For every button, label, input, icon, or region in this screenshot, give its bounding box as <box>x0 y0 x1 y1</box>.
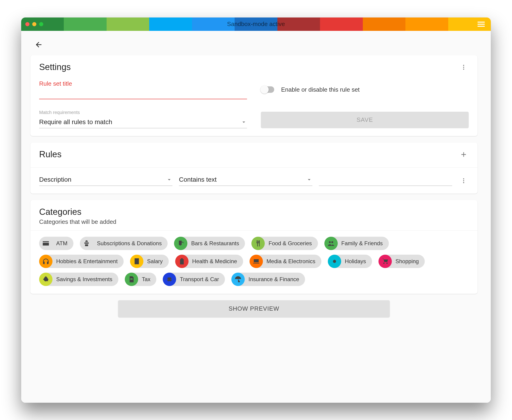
car-icon <box>166 276 173 283</box>
match-requirements-field: Match requirements Require all rules to … <box>39 110 247 128</box>
category-chip[interactable]: Media & Electronics <box>250 255 321 268</box>
category-chip[interactable]: Hobbies & Entertainment <box>39 255 124 268</box>
rule-field-value: Description <box>39 176 166 183</box>
match-requirements-select[interactable]: Require all rules to match <box>39 117 247 128</box>
app-window: Sandbox-mode active Settings <box>21 17 491 403</box>
category-chip-label: Holidays <box>345 258 366 265</box>
rule-operator-value: Contains text <box>179 176 306 183</box>
category-chip[interactable]: Health & Medicine <box>175 255 243 268</box>
more-vert-icon <box>460 64 467 70</box>
svg-point-1 <box>463 67 464 68</box>
category-chips: ATMSubscriptions & DonationsBars & Resta… <box>39 237 469 286</box>
content-scroll[interactable]: Settings Rule set title Enable or disabl… <box>21 31 487 403</box>
svg-point-3 <box>463 178 464 179</box>
caret-down-icon <box>166 176 172 183</box>
category-chip[interactable]: Holidays <box>328 255 372 268</box>
sun-icon <box>331 258 338 265</box>
category-chip-label: Family & Friends <box>341 240 383 247</box>
category-chip[interactable]: Insurance & Finance <box>231 273 305 286</box>
titlebar: Sandbox-mode active <box>21 17 491 31</box>
menu-button[interactable] <box>477 22 485 27</box>
more-vert-icon <box>460 178 467 184</box>
back-button[interactable] <box>35 41 43 49</box>
settings-title: Settings <box>39 62 71 72</box>
category-chip[interactable]: Bars & Restaurants <box>174 237 245 250</box>
beer-icon <box>177 240 184 247</box>
arrow-left-icon <box>35 41 43 49</box>
category-icon-wrap <box>163 273 176 286</box>
scrollbar[interactable] <box>487 31 491 403</box>
rule-title-input[interactable] <box>39 87 247 99</box>
rules-card: Rules Description Contains text <box>30 142 477 194</box>
category-icon-wrap <box>231 273 245 286</box>
category-chip[interactable]: ATM <box>39 237 74 250</box>
plus-icon <box>460 150 467 158</box>
category-chip-label: Subscriptions & Donations <box>97 240 162 247</box>
match-requirements-value: Require all rules to match <box>39 118 241 126</box>
rule-title-label: Rule set title <box>39 80 72 87</box>
window-close-button[interactable] <box>25 22 30 26</box>
category-icon-wrap <box>324 237 338 250</box>
caret-down-icon <box>241 119 247 125</box>
enable-ruleset-toggle[interactable] <box>261 86 274 93</box>
category-chip[interactable]: Savings & Investments <box>39 273 118 286</box>
category-chip-label: Salary <box>147 258 163 265</box>
category-chip[interactable]: Transport & Car <box>163 273 225 286</box>
credit-card-icon <box>42 240 50 247</box>
category-icon-wrap <box>125 273 138 286</box>
category-icon-wrap <box>250 255 263 268</box>
category-chip[interactable]: Salary <box>130 255 169 268</box>
file-dollar-icon <box>128 276 135 283</box>
category-chip[interactable]: Subscriptions & Donations <box>80 237 168 250</box>
users-icon <box>327 240 335 247</box>
rules-title: Rules <box>39 150 61 159</box>
category-icon-wrap <box>251 237 265 250</box>
category-chip[interactable]: Shopping <box>378 255 425 268</box>
titlebar-stripes <box>21 17 491 31</box>
category-icon-wrap <box>174 237 187 250</box>
rule-field-select[interactable]: Description <box>39 174 172 186</box>
svg-point-4 <box>463 180 464 181</box>
settings-card: Settings Rule set title Enable or disabl… <box>30 55 477 136</box>
rule-row-more-button[interactable] <box>459 176 469 186</box>
svg-point-0 <box>463 65 464 66</box>
categories-subtitle: Categories that will be added <box>39 218 469 225</box>
window-minimize-button[interactable] <box>32 22 36 26</box>
category-chip-label: Savings & Investments <box>56 276 112 283</box>
category-icon-wrap <box>80 237 93 250</box>
categories-card: Categories Categories that will be added… <box>30 200 477 294</box>
settings-more-button[interactable] <box>459 62 469 72</box>
match-requirements-label: Match requirements <box>39 110 247 115</box>
category-chip-label: Tax <box>142 276 150 283</box>
save-button[interactable]: SAVE <box>261 112 469 128</box>
category-chip-label: Food & Groceries <box>268 240 312 247</box>
rule-operator-select[interactable]: Contains text <box>179 174 312 186</box>
add-rule-button[interactable] <box>459 150 469 160</box>
category-chip[interactable]: Food & Groceries <box>251 237 318 250</box>
show-preview-button[interactable]: SHOW PREVIEW <box>118 300 390 317</box>
category-chip[interactable]: Family & Friends <box>324 237 389 250</box>
category-chip-label: Hobbies & Entertainment <box>56 258 118 265</box>
donate-icon <box>83 240 90 247</box>
divider <box>30 231 477 231</box>
svg-point-2 <box>463 68 464 69</box>
category-icon-wrap <box>130 255 143 268</box>
category-chip-label: Shopping <box>395 258 419 265</box>
window-controls <box>25 22 43 26</box>
rule-value-input[interactable] <box>319 176 452 186</box>
umbrella-icon <box>234 276 242 283</box>
rule-title-field: Rule set title <box>39 80 247 99</box>
category-icon-wrap <box>328 255 341 268</box>
receipt-icon <box>133 258 141 265</box>
category-icon-wrap <box>39 255 52 268</box>
category-icon-wrap <box>39 273 52 286</box>
laptop-icon <box>252 258 260 265</box>
cart-icon <box>381 258 389 265</box>
window-zoom-button[interactable] <box>39 22 43 26</box>
category-icon-wrap <box>378 255 392 268</box>
category-chip-label: ATM <box>56 240 67 247</box>
piggy-icon <box>42 276 50 283</box>
category-chip-label: Media & Electronics <box>267 258 315 265</box>
category-chip[interactable]: Tax <box>125 273 156 286</box>
category-chip-label: Health & Medicine <box>192 258 237 265</box>
